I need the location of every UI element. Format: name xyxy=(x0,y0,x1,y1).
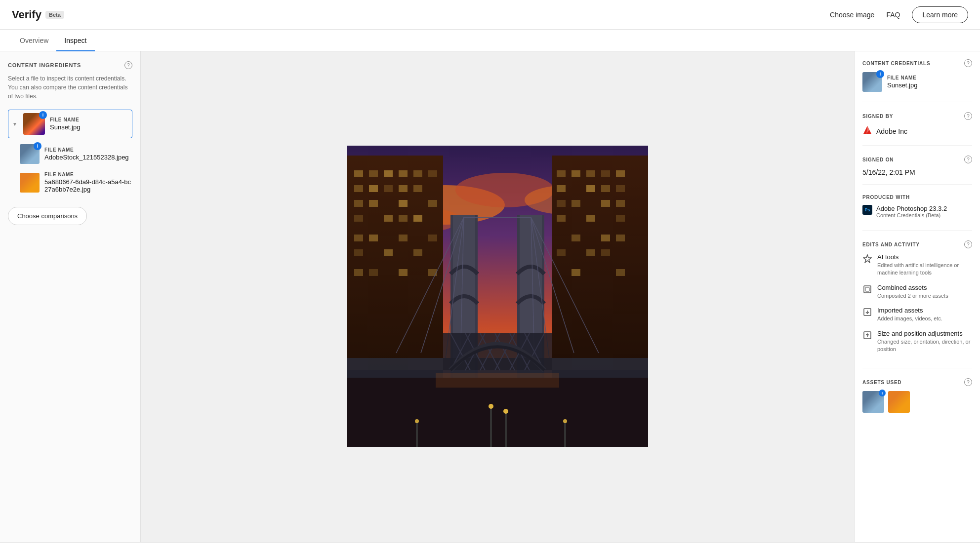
svg-rect-59 xyxy=(601,249,610,256)
edits-help[interactable]: ? xyxy=(964,240,972,248)
imported-assets-desc: Added images, videos, etc. xyxy=(877,315,972,322)
svg-rect-36 xyxy=(428,269,437,276)
svg-rect-45 xyxy=(601,185,610,192)
svg-rect-29 xyxy=(428,235,437,241)
ai-tools-text: AI tools Edited with artificial intellig… xyxy=(877,253,972,277)
adobe-logo-icon xyxy=(862,125,872,137)
svg-rect-26 xyxy=(354,235,363,241)
sunset-file-info: FILE NAME Sunset.jpg xyxy=(50,117,128,131)
svg-rect-17 xyxy=(413,185,422,192)
svg-rect-97 xyxy=(564,422,566,447)
svg-rect-15 xyxy=(384,185,393,192)
expand-icon: ▼ xyxy=(12,121,18,127)
signed-by-logo: Adobe Inc xyxy=(862,125,972,137)
svg-rect-33 xyxy=(354,269,363,276)
assets-used-title: ASSETS USED xyxy=(862,380,901,385)
svg-rect-40 xyxy=(586,170,595,177)
svg-rect-12 xyxy=(428,170,437,177)
left-sidebar: CONTENT INGREDIENTS ? Select a file to i… xyxy=(0,51,141,542)
assets-used-help[interactable]: ? xyxy=(964,378,972,386)
produced-with-info: Adobe Photoshop 23.3.2 Content Credentia… xyxy=(876,205,947,218)
edits-activity-section: EDITS AND ACTIVITY ? AI tools Edited wit… xyxy=(862,240,972,368)
right-sidebar: CONTENT CREDENTIALS ? i FILE NAME Sunset… xyxy=(854,51,980,542)
cc-thumb-badge: i xyxy=(876,70,884,78)
imported-assets-text: Imported assets Added images, videos, et… xyxy=(877,307,972,322)
svg-rect-14 xyxy=(369,185,378,192)
signed-on-section: SIGNED ON ? 5/16/22, 2:01 PM xyxy=(862,156,972,185)
adobestock-thumb-wrapper: i xyxy=(20,144,40,164)
combined-assets-title: Combined assets xyxy=(877,284,972,291)
ai-tools-title: AI tools xyxy=(877,253,972,261)
sunset-file-label: FILE NAME xyxy=(50,117,128,122)
svg-rect-61 xyxy=(616,269,625,276)
svg-rect-57 xyxy=(557,249,566,256)
header-nav: Choose image FAQ Learn more xyxy=(830,6,968,23)
5a680-file-name: 5a680667-6da9-d84c-a5a4-bc27a6bb7e2e.jpg xyxy=(44,178,132,193)
svg-rect-56 xyxy=(616,235,625,241)
adobestock-file-name: AdobeStock_121552328.jpeg xyxy=(44,154,132,161)
svg-rect-32 xyxy=(413,249,422,256)
size-position-desc: Changed size, orientation, direction, or… xyxy=(877,338,972,354)
svg-rect-91 xyxy=(490,407,492,447)
svg-point-93 xyxy=(489,404,493,409)
signed-by-title: SIGNED BY xyxy=(862,114,893,119)
content-credentials-section: CONTENT CREDENTIALS ? i FILE NAME Sunset… xyxy=(862,59,972,102)
svg-rect-22 xyxy=(354,215,363,222)
svg-rect-21 xyxy=(428,200,437,207)
beta-badge: Beta xyxy=(45,11,64,19)
svg-rect-54 xyxy=(572,235,580,241)
file-item-sunset[interactable]: ▼ i FILE NAME Sunset.jpg xyxy=(8,110,132,138)
svg-rect-38 xyxy=(557,170,566,177)
svg-rect-60 xyxy=(572,269,580,276)
signed-by-section: SIGNED BY ? Adobe Inc xyxy=(862,112,972,146)
svg-rect-50 xyxy=(616,200,625,207)
size-position-icon xyxy=(862,330,872,340)
tab-overview[interactable]: Overview xyxy=(12,30,56,51)
tab-inspect[interactable]: Inspect xyxy=(56,30,94,51)
content-ingredients-header: CONTENT INGREDIENTS ? xyxy=(8,61,132,69)
sunset-thumb-wrapper: i xyxy=(23,113,45,135)
content-ingredients-help-icon[interactable]: ? xyxy=(124,61,132,69)
main-image xyxy=(347,146,648,447)
svg-rect-7 xyxy=(354,170,363,177)
asset-1-wrap[interactable]: i xyxy=(862,391,884,413)
asset-2-thumbnail xyxy=(888,391,910,413)
logo-area: Verify Beta xyxy=(12,8,64,21)
signed-by-name: Adobe Inc xyxy=(876,127,907,135)
signed-by-help[interactable]: ? xyxy=(964,112,972,120)
assets-used-header: ASSETS USED ? xyxy=(862,378,972,386)
svg-rect-20 xyxy=(399,200,408,207)
choose-comparisons-button[interactable]: Choose comparisons xyxy=(8,207,87,225)
svg-rect-48 xyxy=(572,200,580,207)
produced-with-title: PRODUCED WITH xyxy=(862,195,910,200)
learn-more-button[interactable]: Learn more xyxy=(912,6,968,23)
signed-on-help[interactable]: ? xyxy=(964,156,972,163)
svg-rect-104 xyxy=(865,287,869,291)
choose-image-link[interactable]: Choose image xyxy=(830,11,874,19)
5a680-file-label: FILE NAME xyxy=(44,172,132,177)
svg-point-94 xyxy=(503,409,508,414)
header: Verify Beta Choose image FAQ Learn more xyxy=(0,0,980,30)
tabs-bar: Overview Inspect xyxy=(0,30,980,51)
adobestock-badge: i xyxy=(34,142,41,150)
signed-on-header: SIGNED ON ? xyxy=(862,156,972,163)
svg-rect-46 xyxy=(616,185,625,192)
imported-assets-title: Imported assets xyxy=(877,307,972,314)
file-item-adobestock[interactable]: i FILE NAME AdobeStock_121552328.jpeg xyxy=(20,140,132,168)
svg-rect-90 xyxy=(347,378,648,447)
svg-rect-55 xyxy=(601,235,610,241)
edits-header: EDITS AND ACTIVITY ? xyxy=(862,240,972,248)
svg-rect-49 xyxy=(601,200,610,207)
faq-link[interactable]: FAQ xyxy=(886,11,900,19)
ai-tools-icon xyxy=(862,254,872,264)
5a680-file-info: FILE NAME 5a680667-6da9-d84c-a5a4-bc27a6… xyxy=(44,172,132,193)
asset-2-wrap[interactable] xyxy=(888,391,910,413)
file-item-5a680[interactable]: FILE NAME 5a680667-6da9-d84c-a5a4-bc27a6… xyxy=(20,168,132,197)
content-credentials-help[interactable]: ? xyxy=(964,59,972,67)
svg-rect-99 xyxy=(436,373,559,388)
svg-rect-18 xyxy=(354,200,363,207)
combined-assets-desc: Composited 2 or more assets xyxy=(877,292,972,300)
svg-rect-42 xyxy=(616,170,625,177)
svg-rect-47 xyxy=(557,200,566,207)
app-logo: Verify xyxy=(12,8,41,21)
